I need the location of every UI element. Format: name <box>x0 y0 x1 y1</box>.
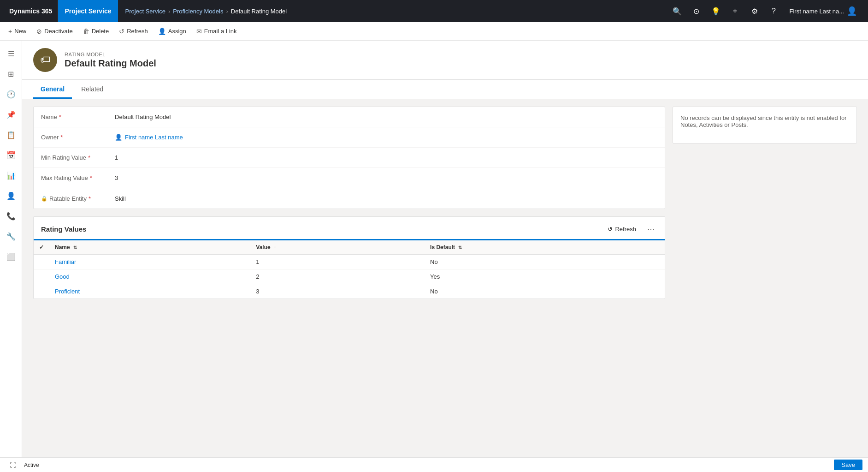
form-left: Name * Default Rating Model Owner * 👤 <box>33 107 665 299</box>
row-check-2[interactable] <box>34 284 49 299</box>
notes-panel: No records can be displayed since this e… <box>673 107 857 143</box>
breadcrumb-item-default-rating-model: Default Rating Model <box>231 8 287 15</box>
tabs-bar: General Related <box>22 80 868 99</box>
row-value-0: 1 <box>250 255 425 269</box>
breadcrumb-item-project-service[interactable]: Project Service <box>125 8 165 15</box>
sidebar-apps[interactable]: ⬜ <box>2 247 20 266</box>
sidebar-hamburger[interactable]: ☰ <box>2 44 20 63</box>
delete-button[interactable]: 🗑 Delete <box>78 24 114 39</box>
dynamics-label[interactable]: Dynamics 365 <box>4 0 58 22</box>
row-name-2[interactable]: Proficient <box>49 284 250 299</box>
user-avatar-icon: 👤 <box>847 6 857 16</box>
new-label: New <box>14 28 26 35</box>
user-area[interactable]: First name Last na... 👤 <box>786 4 861 18</box>
required-star-min: * <box>88 154 90 161</box>
assign-icon: 👤 <box>158 28 166 35</box>
col-name[interactable]: Name ⇅ <box>49 240 250 255</box>
refresh-label: Refresh <box>127 28 148 35</box>
deactivate-label: Deactivate <box>44 28 72 35</box>
required-star-owner: * <box>60 134 63 141</box>
footer-left: ⛶ Active <box>6 458 39 472</box>
top-nav-right: 🔍 ⊙ 💡 + ⚙ ? First name Last na... 👤 <box>670 4 865 18</box>
row-is-default-2: No <box>425 284 665 299</box>
field-value-max-rating: 3 <box>115 174 657 181</box>
subgrid-more-button[interactable]: ⋯ <box>644 222 657 235</box>
project-service-label[interactable]: Project Service <box>58 0 118 22</box>
sidebar-notes[interactable]: 📋 <box>2 125 20 144</box>
record-title-area: RATING MODEL Default Rating Model <box>65 52 156 69</box>
email-link-label: Email a Link <box>204 28 237 35</box>
form-right: No records can be displayed since this e… <box>673 107 857 299</box>
field-row-min-rating: Min Rating Value * 1 <box>34 148 665 168</box>
col-is-default[interactable]: Is Default ⇅ <box>425 240 665 255</box>
sidebar-home[interactable]: ⊞ <box>2 65 20 83</box>
settings-button[interactable]: ⚙ <box>747 4 762 18</box>
footer-right: Save <box>834 460 862 470</box>
owner-person-icon: 👤 <box>115 134 122 141</box>
record-avatar: 🏷 <box>33 48 57 72</box>
col-value-label: Value <box>256 244 270 251</box>
col-value[interactable]: Value ↑ <box>250 240 425 255</box>
breadcrumb-item-proficiency-models[interactable]: Proficiency Models <box>173 8 223 15</box>
required-star-ratable: * <box>89 195 91 202</box>
sidebar: ☰ ⊞ 🕐 📌 📋 📅 📊 👤 📞 🔧 ⬜ <box>0 41 22 472</box>
brand-area: Dynamics 365 Project Service <box>4 0 118 22</box>
subgrid-header: Rating Values ↺ Refresh ⋯ <box>34 217 665 240</box>
status-badge: Active <box>24 462 39 468</box>
subgrid-refresh-icon: ↺ <box>608 226 613 233</box>
lock-icon: 🔒 <box>41 196 47 202</box>
new-button[interactable]: + New <box>4 24 31 39</box>
sidebar-contacts[interactable]: 👤 <box>2 186 20 205</box>
field-row-name: Name * Default Rating Model <box>34 107 665 127</box>
field-value-min-rating: 1 <box>115 154 657 161</box>
subgrid-refresh-button[interactable]: ↺ Refresh <box>603 224 641 234</box>
required-star-name: * <box>59 114 61 120</box>
top-navigation: Dynamics 365 Project Service Project Ser… <box>0 0 868 22</box>
table-header-row: ✓ Name ⇅ Value ↑ <box>34 240 665 255</box>
field-row-owner: Owner * 👤 First name Last name <box>34 127 665 148</box>
subgrid-actions: ↺ Refresh ⋯ <box>603 222 657 235</box>
search-button[interactable]: 🔍 <box>670 4 685 18</box>
field-label-max-rating: Max Rating Value * <box>41 174 115 181</box>
col-check[interactable]: ✓ <box>34 240 49 255</box>
sidebar-settings[interactable]: 🔧 <box>2 227 20 245</box>
sidebar-reports[interactable]: 📊 <box>2 166 20 185</box>
plus-button[interactable]: + <box>728 4 743 18</box>
assign-button[interactable]: 👤 Assign <box>154 24 191 39</box>
help-button[interactable]: ? <box>767 4 781 18</box>
field-value-owner[interactable]: 👤 First name Last name <box>115 134 657 141</box>
delete-icon: 🗑 <box>83 28 89 35</box>
breadcrumb-sep-1: › <box>168 8 170 15</box>
name-sort-icon: ⇅ <box>73 245 77 250</box>
user-label: First name Last na... <box>790 8 844 15</box>
deactivate-icon: ⊘ <box>36 28 42 35</box>
deactivate-button[interactable]: ⊘ Deactivate <box>32 24 77 39</box>
lightbulb-button[interactable]: 💡 <box>709 4 723 18</box>
record-title: Default Rating Model <box>65 58 156 69</box>
email-link-button[interactable]: ✉ Email a Link <box>192 24 242 39</box>
main-content: 🏷 RATING MODEL Default Rating Model Gene… <box>22 41 868 472</box>
assign-label: Assign <box>168 28 186 35</box>
sidebar-phone[interactable]: 📞 <box>2 207 20 225</box>
main-layout: ☰ ⊞ 🕐 📌 📋 📅 📊 👤 📞 🔧 ⬜ 🏷 RATING MODEL Def… <box>0 41 868 472</box>
new-icon: + <box>8 28 12 35</box>
row-name-0[interactable]: Familiar <box>49 255 250 269</box>
compass-button[interactable]: ⊙ <box>689 4 704 18</box>
row-check-0[interactable] <box>34 255 49 269</box>
tab-related[interactable]: Related <box>74 80 111 99</box>
tab-general[interactable]: General <box>33 80 72 99</box>
row-name-1[interactable]: Good <box>49 269 250 284</box>
table-row: Proficient 3 No <box>34 284 665 299</box>
sidebar-recent[interactable]: 🕐 <box>2 85 20 103</box>
col-name-label: Name <box>55 244 70 251</box>
row-value-2: 3 <box>250 284 425 299</box>
sidebar-calendar[interactable]: 📅 <box>2 146 20 164</box>
expand-button[interactable]: ⛶ <box>6 458 20 472</box>
save-button[interactable]: Save <box>834 460 862 470</box>
field-label-owner: Owner * <box>41 134 115 141</box>
refresh-button[interactable]: ↺ Refresh <box>114 24 153 39</box>
subgrid-title: Rating Values <box>41 225 86 233</box>
row-check-1[interactable] <box>34 269 49 284</box>
is-default-sort-icon: ⇅ <box>458 245 462 250</box>
sidebar-pinned[interactable]: 📌 <box>2 105 20 124</box>
